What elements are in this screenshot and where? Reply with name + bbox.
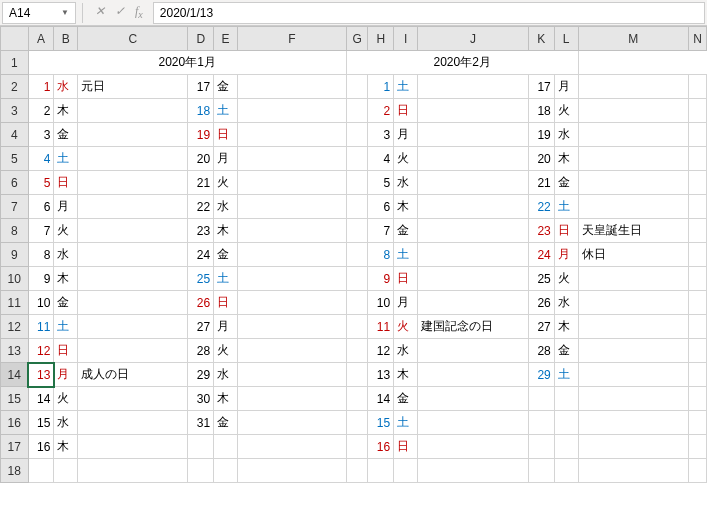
cell-B16[interactable]: 水 xyxy=(54,411,78,435)
cell-A12[interactable]: 11 xyxy=(28,315,54,339)
cell-F15[interactable] xyxy=(238,387,347,411)
cell-G7[interactable] xyxy=(346,195,368,219)
cell-M14[interactable] xyxy=(578,363,689,387)
cell-C13[interactable] xyxy=(78,339,188,363)
cell-M12[interactable] xyxy=(578,315,689,339)
row-header-14[interactable]: 14 xyxy=(1,363,29,387)
cell-D18[interactable] xyxy=(188,459,214,483)
cell-B7[interactable]: 月 xyxy=(54,195,78,219)
cell-C17[interactable] xyxy=(78,435,188,459)
cell-N13[interactable] xyxy=(689,339,707,363)
cell-I9[interactable]: 土 xyxy=(394,243,418,267)
cell-C5[interactable] xyxy=(78,147,188,171)
col-header-H[interactable]: H xyxy=(368,27,394,51)
cell-H5[interactable]: 4 xyxy=(368,147,394,171)
row-header-5[interactable]: 5 xyxy=(1,147,29,171)
col-header-I[interactable]: I xyxy=(394,27,418,51)
cell-E15[interactable]: 木 xyxy=(214,387,238,411)
row-header-7[interactable]: 7 xyxy=(1,195,29,219)
cell-A5[interactable]: 4 xyxy=(28,147,54,171)
col-header-E[interactable]: E xyxy=(214,27,238,51)
row-header-4[interactable]: 4 xyxy=(1,123,29,147)
cell-B13[interactable]: 日 xyxy=(54,339,78,363)
cell-A9[interactable]: 8 xyxy=(28,243,54,267)
cell-C18[interactable] xyxy=(78,459,188,483)
cell-E5[interactable]: 月 xyxy=(214,147,238,171)
spreadsheet-grid[interactable]: ABCDEFGHIJKLMN12020年1月2020年2月21水元日17金1土1… xyxy=(0,26,707,519)
cell-F17[interactable] xyxy=(238,435,347,459)
cell-I7[interactable]: 木 xyxy=(394,195,418,219)
row-header-12[interactable]: 12 xyxy=(1,315,29,339)
cell-H3[interactable]: 2 xyxy=(368,99,394,123)
cell-K6[interactable]: 21 xyxy=(528,171,554,195)
cell-B5[interactable]: 土 xyxy=(54,147,78,171)
cell-H10[interactable]: 9 xyxy=(368,267,394,291)
cell-I8[interactable]: 金 xyxy=(394,219,418,243)
cell-F2[interactable] xyxy=(238,75,347,99)
cell-L9[interactable]: 月 xyxy=(554,243,578,267)
cell-A3[interactable]: 2 xyxy=(28,99,54,123)
col-header-N[interactable]: N xyxy=(689,27,707,51)
row-header-16[interactable]: 16 xyxy=(1,411,29,435)
cell-L17[interactable] xyxy=(554,435,578,459)
col-header-B[interactable]: B xyxy=(54,27,78,51)
cell-F7[interactable] xyxy=(238,195,347,219)
row-header-9[interactable]: 9 xyxy=(1,243,29,267)
cell-N12[interactable] xyxy=(689,315,707,339)
cell-N11[interactable] xyxy=(689,291,707,315)
cell-C14[interactable]: 成人の日 xyxy=(78,363,188,387)
cell-E7[interactable]: 水 xyxy=(214,195,238,219)
cell-G2[interactable] xyxy=(346,75,368,99)
cell-E3[interactable]: 土 xyxy=(214,99,238,123)
cell-B8[interactable]: 火 xyxy=(54,219,78,243)
cell-H7[interactable]: 6 xyxy=(368,195,394,219)
cell-J8[interactable] xyxy=(418,219,529,243)
cell-M5[interactable] xyxy=(578,147,689,171)
cell-F16[interactable] xyxy=(238,411,347,435)
cell-N3[interactable] xyxy=(689,99,707,123)
cell-H2[interactable]: 1 xyxy=(368,75,394,99)
cell-A16[interactable]: 15 xyxy=(28,411,54,435)
enter-icon[interactable]: ✓ xyxy=(115,4,125,20)
cell-I13[interactable]: 水 xyxy=(394,339,418,363)
cell-N15[interactable] xyxy=(689,387,707,411)
formula-input[interactable]: 2020/1/13 xyxy=(153,2,705,24)
cell-G13[interactable] xyxy=(346,339,368,363)
cell-N8[interactable] xyxy=(689,219,707,243)
cell-L6[interactable]: 金 xyxy=(554,171,578,195)
cell-N17[interactable] xyxy=(689,435,707,459)
cell-N14[interactable] xyxy=(689,363,707,387)
cell-E16[interactable]: 金 xyxy=(214,411,238,435)
cell-C16[interactable] xyxy=(78,411,188,435)
cell-I4[interactable]: 月 xyxy=(394,123,418,147)
cell-D7[interactable]: 22 xyxy=(188,195,214,219)
cell-C6[interactable] xyxy=(78,171,188,195)
cell-B9[interactable]: 水 xyxy=(54,243,78,267)
cancel-icon[interactable]: ✕ xyxy=(95,4,105,20)
cell-J18[interactable] xyxy=(418,459,529,483)
cell-L10[interactable]: 火 xyxy=(554,267,578,291)
cell-C4[interactable] xyxy=(78,123,188,147)
col-header-G[interactable]: G xyxy=(346,27,368,51)
cell-A6[interactable]: 5 xyxy=(28,171,54,195)
cell-G11[interactable] xyxy=(346,291,368,315)
cell-F13[interactable] xyxy=(238,339,347,363)
cell-K13[interactable]: 28 xyxy=(528,339,554,363)
cell-K17[interactable] xyxy=(528,435,554,459)
cell-H14[interactable]: 13 xyxy=(368,363,394,387)
cell-F8[interactable] xyxy=(238,219,347,243)
cell-E17[interactable] xyxy=(214,435,238,459)
cell-C9[interactable] xyxy=(78,243,188,267)
cell-N9[interactable] xyxy=(689,243,707,267)
cell-E13[interactable]: 火 xyxy=(214,339,238,363)
cell-F6[interactable] xyxy=(238,171,347,195)
cell-L16[interactable] xyxy=(554,411,578,435)
cell-A8[interactable]: 7 xyxy=(28,219,54,243)
fx-icon[interactable]: fx xyxy=(135,4,143,20)
cell-D17[interactable] xyxy=(188,435,214,459)
cell-I16[interactable]: 土 xyxy=(394,411,418,435)
cell-C2[interactable]: 元日 xyxy=(78,75,188,99)
cell-I12[interactable]: 火 xyxy=(394,315,418,339)
cell-M8[interactable]: 天皇誕生日 xyxy=(578,219,689,243)
col-header-L[interactable]: L xyxy=(554,27,578,51)
